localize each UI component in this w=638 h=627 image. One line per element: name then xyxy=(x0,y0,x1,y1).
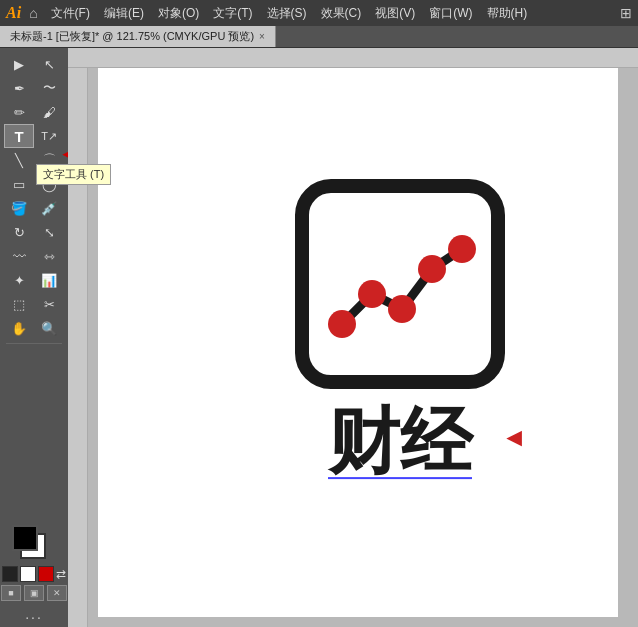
color-mode-btn[interactable]: ■ xyxy=(1,585,21,601)
arc-tool[interactable]: ⌒ xyxy=(34,148,64,172)
paintbucket-tool[interactable]: 🪣 xyxy=(4,196,34,220)
chart-dot-1 xyxy=(328,310,356,338)
select-tool[interactable]: ▶ xyxy=(4,52,34,76)
chart-dot-5 xyxy=(448,235,476,263)
text-tool[interactable]: T xyxy=(4,124,34,148)
rotate-tool[interactable]: ↻ xyxy=(4,220,34,244)
tool-row-1: ▶ ↖ xyxy=(0,52,68,76)
red-swatch[interactable] xyxy=(38,566,54,582)
fill-stroke-swatches[interactable] xyxy=(12,525,56,563)
chart-dot-4 xyxy=(418,255,446,283)
direct-select-tool[interactable]: ↖ xyxy=(34,52,64,76)
canvas-area: 财经 ◄ xyxy=(68,48,638,627)
document-tab[interactable]: 未标题-1 [已恢复]* @ 121.75% (CMYK/GPU 预览) × xyxy=(0,26,276,47)
black-swatch[interactable] xyxy=(2,566,18,582)
warp-tool[interactable]: 〰 xyxy=(4,244,34,268)
hand-tool[interactable]: ✋ xyxy=(4,316,34,340)
fill-swatch[interactable] xyxy=(12,525,38,551)
icon-box xyxy=(295,179,505,389)
tool-row-9: ✦ 📊 xyxy=(0,268,68,292)
mini-swatch-row: ⇄ xyxy=(2,566,66,582)
tool-row-text: T T↗ xyxy=(0,124,68,148)
app-logo: Ai xyxy=(6,4,21,22)
tool-row-5: ▭ ◯ xyxy=(0,172,68,196)
tab-bar: 未标题-1 [已恢复]* @ 121.75% (CMYK/GPU 预览) × xyxy=(0,26,638,48)
tab-close[interactable]: × xyxy=(259,31,265,42)
menu-help[interactable]: 帮助(H) xyxy=(482,4,533,23)
graphic-content: 财经 ◄ xyxy=(295,179,505,477)
toolbar-separator xyxy=(6,343,62,344)
chinese-text[interactable]: 财经 xyxy=(328,405,472,477)
tab-label: 未标题-1 [已恢复]* @ 121.75% (CMYK/GPU 预览) xyxy=(10,29,254,44)
brush-tool[interactable]: 🖌 xyxy=(34,100,64,124)
toolbar: ▶ ↖ ✒ 〜 ✏ 🖌 T T↗ ◄ 文字工具 (T) ╲ ⌒ ▭ ◯ 🪣 xyxy=(0,48,68,627)
eyedropper-tool[interactable]: 💉 xyxy=(34,196,64,220)
tool-row-4: ╲ ⌒ xyxy=(0,148,68,172)
line-tool[interactable]: ╲ xyxy=(4,148,34,172)
menu-bar: 文件(F) 编辑(E) 对象(O) 文字(T) 选择(S) 效果(C) 视图(V… xyxy=(46,4,533,23)
canvas-white[interactable]: 财经 ◄ xyxy=(98,68,618,617)
tool-row-7: ↻ ⤡ xyxy=(0,220,68,244)
horizontal-ruler xyxy=(68,48,638,68)
symbol-tool[interactable]: ✦ xyxy=(4,268,34,292)
more-tools[interactable]: ··· xyxy=(23,607,45,627)
zoom-tool[interactable]: 🔍 xyxy=(34,316,64,340)
white-swatch[interactable] xyxy=(20,566,36,582)
menu-edit[interactable]: 编辑(E) xyxy=(99,4,149,23)
main-area: ▶ ↖ ✒ 〜 ✏ 🖌 T T↗ ◄ 文字工具 (T) ╲ ⌒ ▭ ◯ 🪣 xyxy=(0,48,638,627)
menu-window[interactable]: 窗口(W) xyxy=(424,4,477,23)
menu-object[interactable]: 对象(O) xyxy=(153,4,204,23)
color-area: ⇄ ■ ▣ ✕ xyxy=(1,525,67,607)
pencil-tool[interactable]: ✏ xyxy=(4,100,34,124)
title-bar: Ai ⌂ 文件(F) 编辑(E) 对象(O) 文字(T) 选择(S) 效果(C)… xyxy=(0,0,638,26)
menu-effect[interactable]: 效果(C) xyxy=(316,4,367,23)
ellipse-tool[interactable]: ◯ xyxy=(34,172,64,196)
tool-row-11: ✋ 🔍 xyxy=(0,316,68,340)
width-tool[interactable]: ⇿ xyxy=(34,244,64,268)
color-mode-buttons: ■ ▣ ✕ xyxy=(1,585,67,601)
menu-view[interactable]: 视图(V) xyxy=(370,4,420,23)
tool-row-3: ✏ 🖌 xyxy=(0,100,68,124)
none-mode-btn[interactable]: ✕ xyxy=(47,585,67,601)
artboard-tool[interactable]: ⬚ xyxy=(4,292,34,316)
touch-type-tool[interactable]: T↗ xyxy=(34,124,64,148)
tool-row-10: ⬚ ✂ xyxy=(0,292,68,316)
pen-tool[interactable]: ✒ xyxy=(4,76,34,100)
home-icon[interactable]: ⌂ xyxy=(29,5,37,21)
curvature-tool[interactable]: 〜 xyxy=(34,76,64,100)
menu-select[interactable]: 选择(S) xyxy=(262,4,312,23)
chart-svg xyxy=(320,214,480,354)
slice-tool[interactable]: ✂ xyxy=(34,292,64,316)
vertical-ruler xyxy=(68,68,88,627)
chart-dot-2 xyxy=(358,280,386,308)
rect-tool[interactable]: ▭ xyxy=(4,172,34,196)
gradient-mode-btn[interactable]: ▣ xyxy=(24,585,44,601)
menu-file[interactable]: 文件(F) xyxy=(46,4,95,23)
scale-tool[interactable]: ⤡ xyxy=(34,220,64,244)
expand-icon[interactable]: ⊞ xyxy=(620,5,632,21)
tool-row-6: 🪣 💉 xyxy=(0,196,68,220)
chart-dot-3 xyxy=(388,295,416,323)
graph-tool[interactable]: 📊 xyxy=(34,268,64,292)
tool-row-2: ✒ 〜 xyxy=(0,76,68,100)
text-red-arrow: ◄ xyxy=(501,421,527,452)
menu-text[interactable]: 文字(T) xyxy=(208,4,257,23)
tool-row-8: 〰 ⇿ xyxy=(0,244,68,268)
text-wrapper: 财经 ◄ xyxy=(328,405,472,477)
swap-icon[interactable]: ⇄ xyxy=(56,567,66,581)
